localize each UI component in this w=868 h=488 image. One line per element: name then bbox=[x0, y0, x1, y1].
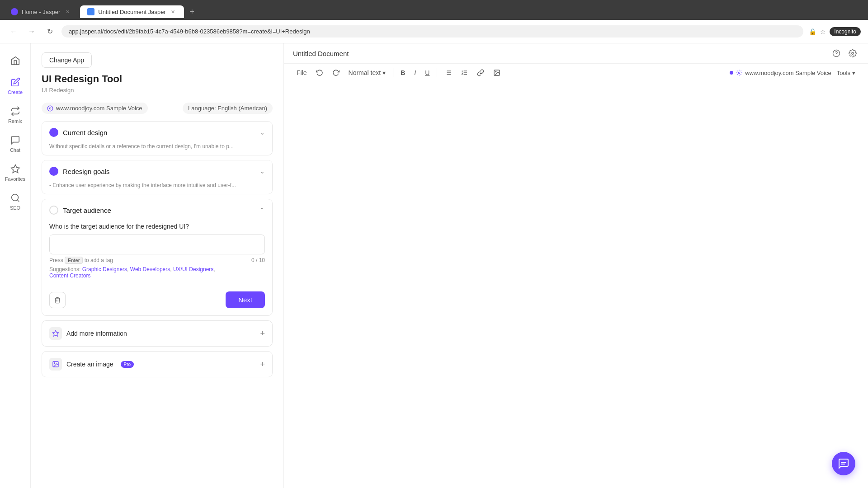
italic-button[interactable]: I bbox=[410, 67, 420, 78]
target-audience-body: Who is the target audience for the redes… bbox=[42, 221, 272, 286]
underline-button[interactable]: U bbox=[421, 67, 433, 78]
trash-icon bbox=[54, 296, 61, 304]
suggestion-graphic-designers[interactable]: Graphic Designers bbox=[82, 266, 127, 272]
toolbar-divider-1 bbox=[393, 68, 393, 77]
suggestion-web-developers[interactable]: Web Developers bbox=[130, 266, 170, 272]
create-image-icon bbox=[49, 358, 62, 371]
media-button[interactable] bbox=[490, 67, 504, 78]
input-meta: Press Enter to add a tag 0 / 10 bbox=[49, 257, 265, 263]
accordion-current-design: Current design ⌄ Without specific detail… bbox=[42, 121, 273, 155]
pro-badge: Pro bbox=[121, 361, 134, 368]
accordion-header-current-design[interactable]: Current design ⌄ bbox=[42, 122, 272, 143]
svg-marker-5 bbox=[52, 330, 58, 336]
bold-button[interactable]: B bbox=[397, 67, 409, 78]
suggestion-uxui-designers[interactable]: UX/UI Designers bbox=[173, 266, 213, 272]
suggestions-label: Suggestions: bbox=[49, 266, 80, 272]
address-input[interactable] bbox=[61, 25, 803, 38]
forward-button[interactable]: → bbox=[25, 25, 38, 38]
voice-indicator[interactable]: www.moodjoy.com Sample Voice bbox=[730, 70, 831, 76]
undo-icon bbox=[316, 69, 323, 76]
tools-label: Tools bbox=[837, 70, 850, 76]
language-badge[interactable]: Language: English (American) bbox=[183, 103, 273, 114]
image-icon bbox=[52, 361, 59, 368]
chat-bubble-button[interactable] bbox=[832, 452, 855, 475]
create-image-left: Create an image Pro bbox=[49, 358, 134, 371]
panel-header: Change App bbox=[31, 43, 283, 73]
tab-home[interactable]: Home - Jasper ✕ bbox=[4, 5, 78, 18]
accordion-title-target-audience: Target audience bbox=[63, 206, 111, 214]
sidebar-item-favorites[interactable]: Favorites bbox=[0, 159, 30, 186]
sidebar: Create Remix Chat Favorites bbox=[0, 43, 31, 488]
bullet-list-icon bbox=[444, 69, 452, 76]
svg-point-3 bbox=[47, 106, 53, 111]
accordion-header-target-audience[interactable]: Target audience ⌃ bbox=[42, 199, 272, 221]
accordion-header-left-current-design: Current design bbox=[49, 128, 107, 137]
file-menu-button[interactable]: File bbox=[293, 67, 311, 78]
link-icon bbox=[477, 69, 484, 76]
chat-icon bbox=[10, 135, 21, 145]
voice-wave-icon bbox=[736, 70, 742, 76]
tools-dropdown-button[interactable]: Tools ▾ bbox=[833, 68, 859, 78]
tab-document[interactable]: Untitled Document Jasper ✕ bbox=[80, 5, 184, 18]
help-icon[interactable] bbox=[830, 47, 843, 60]
sidebar-label-chat: Chat bbox=[10, 147, 20, 153]
status-dot-target-audience bbox=[49, 206, 58, 215]
voice-badge[interactable]: www.moodjoy.com Sample Voice bbox=[42, 103, 148, 114]
new-tab-button[interactable]: + bbox=[186, 5, 198, 18]
field-label-target-audience: Who is the target audience for the redes… bbox=[49, 223, 265, 230]
input-counter: 0 / 10 bbox=[251, 257, 265, 263]
shield-icon: 🔒 bbox=[809, 28, 816, 35]
browser-window: Home - Jasper ✕ Untitled Document Jasper… bbox=[0, 0, 868, 488]
sidebar-label-create: Create bbox=[8, 89, 23, 95]
chevron-down-icon-redesign-goals: ⌄ bbox=[259, 168, 265, 175]
accordion-header-left-target-audience: Target audience bbox=[49, 206, 111, 215]
sidebar-item-create[interactable]: Create bbox=[0, 72, 30, 99]
accordion-title-redesign-goals: Redesign goals bbox=[63, 168, 109, 175]
delete-button[interactable] bbox=[49, 292, 66, 308]
tab-close-home[interactable]: ✕ bbox=[64, 8, 71, 15]
tab-title-document: Untitled Document Jasper bbox=[98, 9, 166, 15]
suggestion-content-creators[interactable]: Content Creators bbox=[49, 272, 90, 279]
status-dot-current-design bbox=[49, 128, 58, 137]
chevron-down-icon: ▾ bbox=[382, 69, 386, 76]
editor-toolbar: File Normal text ▾ B I U bbox=[284, 64, 868, 82]
tools-chevron-icon: ▾ bbox=[852, 70, 855, 76]
numbered-list-button[interactable] bbox=[457, 67, 472, 78]
tab-favicon-home bbox=[11, 8, 18, 15]
editor-header: Untitled Document bbox=[284, 43, 868, 64]
text-style-label: Normal text bbox=[349, 69, 381, 76]
sidebar-label-seo: SEO bbox=[10, 205, 20, 211]
redo-icon bbox=[332, 69, 340, 76]
undo-button[interactable] bbox=[312, 67, 327, 78]
left-panel: Change App UI Redesign Tool UI Redesign … bbox=[31, 43, 284, 488]
svg-point-21 bbox=[495, 71, 496, 72]
sidebar-item-seo[interactable]: SEO bbox=[0, 188, 30, 215]
refresh-button[interactable]: ↻ bbox=[43, 25, 56, 38]
incognito-badge: Incognito bbox=[830, 27, 861, 36]
add-more-section[interactable]: Add more information + bbox=[42, 320, 273, 347]
settings-icon[interactable] bbox=[846, 47, 859, 60]
add-more-left: Add more information bbox=[49, 327, 127, 340]
target-audience-input[interactable] bbox=[49, 235, 265, 254]
back-button[interactable]: ← bbox=[7, 25, 20, 38]
sidebar-item-chat[interactable]: Chat bbox=[0, 130, 30, 157]
numbered-list-icon bbox=[461, 69, 468, 76]
tab-close-document[interactable]: ✕ bbox=[170, 8, 177, 15]
accordion-header-redesign-goals[interactable]: Redesign goals ⌄ bbox=[42, 160, 272, 182]
change-app-button[interactable]: Change App bbox=[42, 52, 92, 68]
link-button[interactable] bbox=[473, 67, 488, 78]
editor-body[interactable] bbox=[284, 82, 868, 488]
next-button[interactable]: Next bbox=[226, 291, 265, 308]
accordion-title-current-design: Current design bbox=[63, 129, 107, 136]
media-icon bbox=[493, 69, 500, 76]
redo-button[interactable] bbox=[329, 67, 343, 78]
sidebar-item-home[interactable] bbox=[0, 51, 30, 70]
star-icon[interactable]: ☆ bbox=[820, 28, 826, 35]
voice-name: www.moodjoy.com Sample Voice bbox=[745, 70, 831, 76]
accordion-preview-current-design: Without specific details or a reference … bbox=[42, 143, 272, 155]
sidebar-item-remix[interactable]: Remix bbox=[0, 101, 30, 128]
create-image-section[interactable]: Create an image Pro + bbox=[42, 351, 273, 377]
text-style-dropdown[interactable]: Normal text ▾ bbox=[345, 67, 390, 78]
bullet-list-button[interactable] bbox=[441, 67, 455, 78]
accordion-header-left-redesign-goals: Redesign goals bbox=[49, 167, 109, 176]
